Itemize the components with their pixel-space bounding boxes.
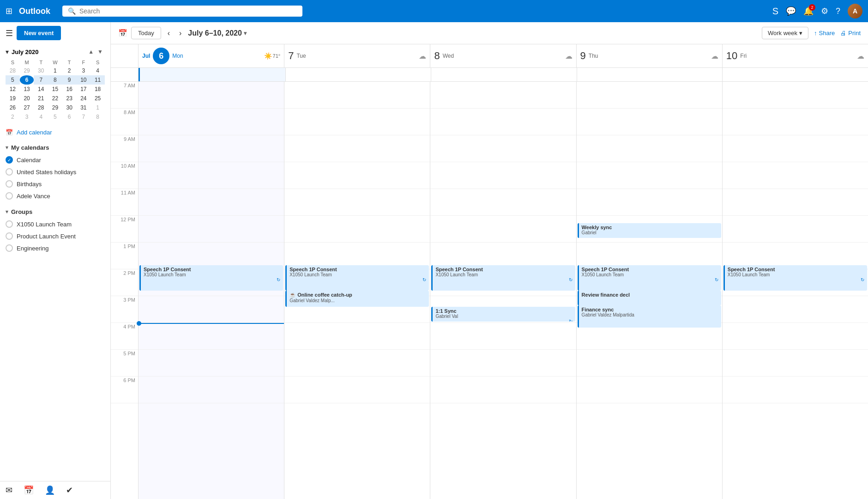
- mini-cal-day[interactable]: 15: [48, 85, 62, 94]
- mini-cal-day[interactable]: 23: [62, 94, 77, 103]
- time-slot[interactable]: [723, 377, 868, 403]
- time-slot[interactable]: [139, 377, 284, 403]
- message-icon[interactable]: 💬: [786, 6, 796, 16]
- cloud-icon[interactable]: ☁: [711, 52, 718, 61]
- mini-cal-day[interactable]: 9: [62, 75, 77, 85]
- mini-cal-day[interactable]: 18: [90, 85, 105, 94]
- mini-cal-day[interactable]: 5: [48, 112, 62, 122]
- time-slot[interactable]: [430, 216, 576, 243]
- cloud-icon[interactable]: ☁: [565, 52, 573, 61]
- mini-cal-day[interactable]: 16: [62, 85, 77, 94]
- time-slot[interactable]: [284, 189, 430, 216]
- my-calendars-header[interactable]: ▾ My calendars: [6, 141, 105, 154]
- mini-cal-day[interactable]: 30: [34, 66, 48, 75]
- mini-cal-day[interactable]: 19: [6, 94, 20, 103]
- calendar-event-weekly-sync[interactable]: Weekly syncGabriel: [578, 223, 721, 237]
- time-slot[interactable]: [723, 135, 868, 162]
- skype-icon[interactable]: S: [772, 6, 778, 17]
- mail-icon[interactable]: ✉: [6, 485, 12, 495]
- new-event-button[interactable]: New event: [17, 26, 61, 40]
- time-slot[interactable]: [430, 162, 576, 189]
- time-slot[interactable]: [430, 350, 576, 377]
- time-slot[interactable]: [577, 82, 722, 109]
- time-slot[interactable]: [430, 189, 576, 216]
- time-slot[interactable]: [139, 162, 284, 189]
- mini-cal-day[interactable]: 25: [90, 94, 105, 103]
- tasks-icon[interactable]: ✔: [66, 485, 73, 495]
- time-slot[interactable]: [723, 189, 868, 216]
- time-slot[interactable]: [577, 350, 722, 377]
- add-calendar-button[interactable]: 📅 Add calendar: [0, 125, 110, 140]
- mini-cal-day[interactable]: 24: [77, 94, 91, 103]
- mini-cal-prev-icon[interactable]: ▲: [86, 48, 96, 56]
- groups-header[interactable]: ▾ Groups: [6, 206, 105, 218]
- cloud-icon[interactable]: ☁: [857, 52, 864, 61]
- group-item[interactable]: X1050 Launch Team: [6, 218, 105, 230]
- mini-cal-day[interactable]: 8: [90, 112, 105, 122]
- group-item[interactable]: Engineering: [6, 242, 105, 254]
- mini-cal-day[interactable]: 29: [20, 66, 34, 75]
- date-range[interactable]: July 6–10, 2020 ▾: [188, 29, 247, 37]
- mini-cal-day[interactable]: 5: [6, 75, 20, 85]
- mini-cal-day[interactable]: 28: [34, 103, 48, 112]
- time-slot[interactable]: [139, 109, 284, 135]
- mini-cal-day[interactable]: 6: [20, 75, 34, 85]
- mini-cal-collapse-icon[interactable]: ▾: [6, 48, 9, 55]
- mini-cal-day[interactable]: 29: [48, 103, 62, 112]
- hamburger-icon[interactable]: ☰: [6, 28, 13, 38]
- next-week-button[interactable]: ›: [176, 27, 184, 39]
- people-icon[interactable]: 👤: [45, 485, 55, 495]
- time-slot[interactable]: [284, 350, 430, 377]
- day-number[interactable]: 10: [726, 50, 737, 62]
- time-slot[interactable]: [577, 189, 722, 216]
- calendar-event-speech-thu[interactable]: Speech 1P ConsentX1050 Launch Team↻: [578, 265, 721, 291]
- time-slot[interactable]: [723, 323, 868, 350]
- calendar-event-finance-sync[interactable]: Finance syncGabriel Valdez Malpartida: [578, 305, 721, 328]
- help-icon[interactable]: ?: [836, 6, 840, 16]
- today-button[interactable]: Today: [131, 27, 161, 39]
- mini-cal-day[interactable]: 13: [20, 85, 34, 94]
- mini-cal-day[interactable]: 1: [48, 66, 62, 75]
- day-number[interactable]: 9: [580, 50, 586, 62]
- group-item[interactable]: Product Launch Event: [6, 230, 105, 242]
- time-slot[interactable]: [723, 109, 868, 135]
- calendar-item[interactable]: Calendar: [6, 154, 105, 166]
- mini-cal-day[interactable]: 28: [6, 66, 20, 75]
- mini-cal-day[interactable]: 6: [62, 112, 77, 122]
- calendar-event-speech-fri[interactable]: Speech 1P ConsentX1050 Launch Team↻: [723, 265, 867, 291]
- time-slot[interactable]: [430, 82, 576, 109]
- mini-cal-day[interactable]: 2: [6, 112, 20, 122]
- settings-icon[interactable]: ⚙: [821, 6, 828, 16]
- mini-cal-day[interactable]: 20: [20, 94, 34, 103]
- time-slot[interactable]: [723, 350, 868, 377]
- view-selector[interactable]: Work week ▾: [762, 27, 808, 39]
- time-slot[interactable]: [723, 216, 868, 243]
- calendar-event-speech-wed[interactable]: Speech 1P ConsentX1050 Launch Team↻: [431, 265, 575, 291]
- calendar-item[interactable]: United States holidays: [6, 166, 105, 178]
- calendar-event-sync-wed[interactable]: 1:1 SyncGabriel Val↻: [431, 307, 575, 321]
- time-slot[interactable]: [284, 323, 430, 350]
- search-input[interactable]: [79, 7, 297, 15]
- mini-cal-day[interactable]: 14: [34, 85, 48, 94]
- search-box[interactable]: 🔍: [62, 6, 302, 17]
- time-slot[interactable]: [284, 377, 430, 403]
- time-slot[interactable]: [284, 216, 430, 243]
- app-grid-icon[interactable]: ⊞: [6, 6, 12, 16]
- mini-cal-day[interactable]: 27: [20, 103, 34, 112]
- time-slot[interactable]: [577, 162, 722, 189]
- calendar-item[interactable]: Adele Vance: [6, 190, 105, 202]
- time-slot[interactable]: [139, 350, 284, 377]
- time-slot[interactable]: [284, 162, 430, 189]
- mini-cal-day[interactable]: 3: [77, 66, 91, 75]
- calendar-event-review-finance[interactable]: Review finance decl: [578, 291, 721, 305]
- mini-cal-day[interactable]: 8: [48, 75, 62, 85]
- mini-cal-day[interactable]: 22: [48, 94, 62, 103]
- mini-cal-day[interactable]: 17: [77, 85, 91, 94]
- mini-cal-next-icon[interactable]: ▼: [96, 48, 105, 56]
- mini-cal-day[interactable]: 12: [6, 85, 20, 94]
- time-slot[interactable]: [577, 109, 722, 135]
- time-slot[interactable]: [139, 189, 284, 216]
- mini-cal-day[interactable]: 1: [90, 103, 105, 112]
- mini-cal-day[interactable]: 3: [20, 112, 34, 122]
- mini-cal-day[interactable]: 2: [62, 66, 77, 75]
